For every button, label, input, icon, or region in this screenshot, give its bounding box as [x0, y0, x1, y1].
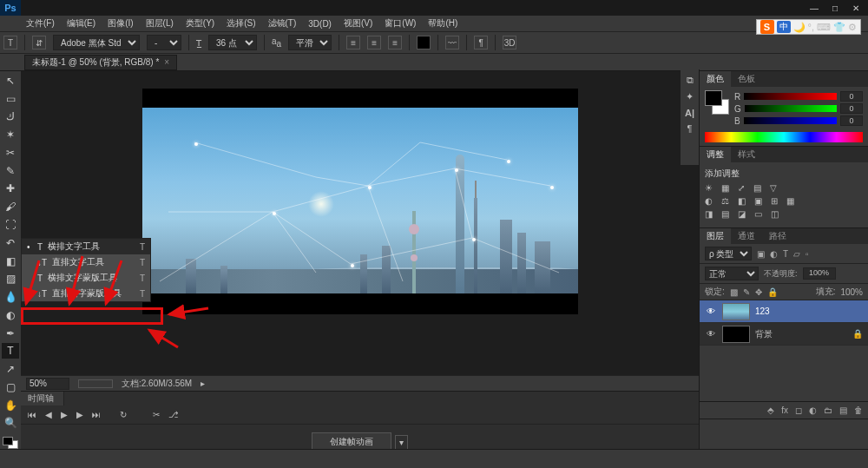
- eyedropper-tool[interactable]: ✎: [2, 163, 19, 179]
- dodge-tool[interactable]: ◐: [2, 307, 19, 323]
- adj-mixer-icon[interactable]: ⊞: [771, 196, 778, 206]
- tab-layers[interactable]: 图层: [700, 228, 731, 244]
- r-slider[interactable]: [744, 93, 837, 100]
- lock-trans-icon[interactable]: ▩: [730, 287, 738, 297]
- adj-selcolor-icon[interactable]: ◫: [771, 209, 779, 219]
- adj-threshold-icon[interactable]: ◪: [738, 209, 746, 219]
- menu-layer[interactable]: 图层(L): [146, 17, 174, 30]
- tab-paths[interactable]: 路径: [762, 228, 793, 244]
- new-layer-icon[interactable]: ▤: [839, 405, 847, 415]
- menu-file[interactable]: 文件(F): [26, 17, 55, 30]
- shape-tool[interactable]: ▢: [2, 379, 19, 395]
- adj-vibrance-icon[interactable]: ▽: [770, 183, 777, 193]
- timeline-dropdown-icon[interactable]: ▾: [395, 435, 408, 450]
- fill-value[interactable]: 100%: [840, 287, 863, 297]
- layer-row-0[interactable]: 👁 123: [700, 300, 868, 323]
- ime-lang[interactable]: 中: [777, 21, 791, 33]
- lock-pos-icon[interactable]: ✥: [755, 287, 762, 297]
- orientation-toggle-icon[interactable]: ⇵: [32, 36, 46, 49]
- menu-help[interactable]: 帮助(H): [428, 17, 457, 30]
- flyout-vertical-type[interactable]: ↓T直排文字工具T: [22, 254, 150, 270]
- marquee-tool[interactable]: ▭: [2, 91, 19, 107]
- tab-color[interactable]: 颜色: [700, 71, 731, 87]
- hand-tool[interactable]: ✋: [2, 398, 19, 413]
- adj-levels-icon[interactable]: ▦: [721, 183, 729, 193]
- adj-lookup-icon[interactable]: ▦: [786, 196, 794, 206]
- tool-preset-icon[interactable]: T: [3, 36, 17, 49]
- r-value[interactable]: 0: [840, 91, 863, 102]
- text-color-swatch[interactable]: [417, 36, 431, 49]
- blur-tool[interactable]: 💧: [2, 289, 19, 305]
- move-tool[interactable]: ↖: [2, 73, 19, 89]
- menu-window[interactable]: 窗口(W): [385, 17, 416, 30]
- ime-moon-icon[interactable]: 🌙: [793, 22, 806, 33]
- adj-balance-icon[interactable]: ⚖: [721, 196, 729, 206]
- menu-view[interactable]: 视图(V): [344, 17, 372, 30]
- layer-fx-icon[interactable]: fx: [781, 405, 788, 415]
- ime-punct-icon[interactable]: °,: [808, 22, 814, 32]
- ime-keyboard-icon[interactable]: ⌨: [817, 22, 831, 33]
- crop-tool[interactable]: ✂: [2, 145, 19, 161]
- adj-bw-icon[interactable]: ◧: [738, 196, 746, 206]
- adj-poster-icon[interactable]: ▤: [721, 209, 729, 219]
- history-panel-icon[interactable]: ⧉: [687, 75, 694, 86]
- layer-name[interactable]: 123: [755, 307, 770, 316]
- timeline-cut-icon[interactable]: ✂: [153, 410, 160, 419]
- align-left-icon[interactable]: ≡: [346, 36, 360, 49]
- adj-hue-icon[interactable]: ◐: [705, 196, 713, 206]
- 3d-icon[interactable]: 3D: [503, 36, 516, 49]
- filter-smart-icon[interactable]: ▫: [806, 249, 809, 259]
- pen-tool[interactable]: ✒: [2, 326, 19, 341]
- adj-photo-icon[interactable]: ▣: [754, 196, 762, 206]
- timeline-play-icon[interactable]: ▶: [61, 410, 68, 419]
- timeline-prev-icon[interactable]: ◀: [45, 410, 52, 419]
- properties-panel-icon[interactable]: ✦: [686, 91, 694, 102]
- timeline-last-icon[interactable]: ⏭: [92, 410, 101, 419]
- g-value[interactable]: 0: [840, 103, 863, 114]
- layer-mask-icon[interactable]: ◻: [795, 405, 802, 415]
- align-center-icon[interactable]: ≡: [367, 36, 381, 49]
- adj-brightness-icon[interactable]: ☀: [705, 183, 713, 193]
- gradient-tool[interactable]: ▨: [2, 271, 19, 287]
- maximize-button[interactable]: □: [828, 3, 842, 13]
- layer-thumb[interactable]: [722, 303, 750, 320]
- b-value[interactable]: 0: [840, 115, 863, 126]
- warp-text-icon[interactable]: 〰: [445, 36, 459, 49]
- adj-gradmap-icon[interactable]: ▭: [754, 209, 762, 219]
- font-style-select[interactable]: -: [147, 35, 181, 50]
- menu-3d[interactable]: 3D(D): [308, 19, 332, 29]
- link-layers-icon[interactable]: ⬘: [767, 405, 774, 415]
- g-slider[interactable]: [745, 105, 837, 112]
- layer-name[interactable]: 背景: [755, 328, 773, 340]
- lasso-tool[interactable]: ك: [2, 109, 19, 125]
- layer-thumb[interactable]: [722, 326, 750, 343]
- magic-wand-tool[interactable]: ✶: [2, 127, 19, 142]
- filter-pixel-icon[interactable]: ▣: [757, 249, 765, 259]
- tab-adjust[interactable]: 调整: [700, 147, 731, 162]
- font-family-select[interactable]: Adobe 黑体 Std: [53, 35, 140, 50]
- type-tool[interactable]: T: [2, 343, 19, 359]
- ime-person-icon[interactable]: 👕: [833, 22, 845, 33]
- ime-bar[interactable]: S 中 🌙 °, ⌨ 👕 ⚙: [756, 19, 861, 35]
- adj-curves-icon[interactable]: ⤢: [738, 183, 745, 193]
- zoom-input[interactable]: [26, 378, 69, 390]
- healing-tool[interactable]: ✚: [2, 181, 19, 197]
- character-panel-icon[interactable]: ¶: [474, 36, 488, 49]
- filter-shape-icon[interactable]: ▱: [793, 249, 800, 259]
- stamp-tool[interactable]: ⛶: [2, 217, 19, 233]
- menu-filter[interactable]: 滤镜(T): [268, 17, 297, 30]
- menu-select[interactable]: 选择(S): [227, 17, 255, 30]
- menu-type[interactable]: 类型(Y): [186, 17, 214, 30]
- zoom-tool[interactable]: 🔍: [2, 416, 19, 432]
- antialias-select[interactable]: 平滑: [288, 35, 332, 50]
- filter-adjust-icon[interactable]: ◐: [770, 249, 778, 259]
- opacity-value[interactable]: 100%: [803, 267, 836, 280]
- new-group-icon[interactable]: 🗀: [824, 405, 832, 415]
- canvas[interactable]: [142, 89, 578, 314]
- path-select-tool[interactable]: ↗: [2, 361, 19, 377]
- brush-tool[interactable]: 🖌: [2, 199, 19, 214]
- visibility-icon[interactable]: 👁: [705, 307, 717, 316]
- font-size-select[interactable]: 36 点: [208, 35, 257, 50]
- align-right-icon[interactable]: ≡: [388, 36, 402, 49]
- timeline-next-icon[interactable]: ▶: [76, 410, 83, 419]
